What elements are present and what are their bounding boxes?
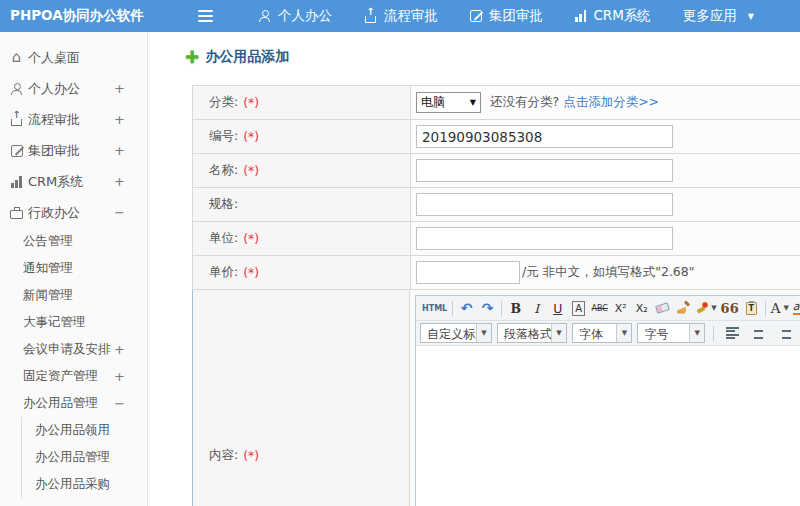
sidebar-item-workflow-approval[interactable]: 流程审批 + (0, 104, 147, 135)
field-label: 单价: (*) (193, 256, 411, 289)
add-category-link[interactable]: 点击添加分类>> (563, 94, 659, 111)
highlight-color-button[interactable]: ab▼ (791, 298, 800, 319)
font-style-button[interactable]: A (568, 298, 589, 319)
format-painter-button[interactable]: ▼ (694, 298, 718, 319)
sidebar-item-crm[interactable]: CRM系统 + (0, 166, 147, 197)
redo-button[interactable]: ↷ (477, 298, 498, 319)
remove-format-button[interactable] (652, 298, 673, 319)
align-left-button[interactable] (722, 323, 743, 344)
category-hint: 还没有分类? (490, 94, 559, 111)
menu-toggle-button[interactable] (194, 6, 217, 26)
field-label: 分类: (*) (193, 86, 411, 119)
underline-button[interactable]: U (547, 298, 568, 319)
paragraph-format-select[interactable]: 段落格式 ▼ (497, 323, 567, 343)
sidebar-item-desktop[interactable]: 个人桌面 (0, 42, 147, 73)
bold-button[interactable]: B (505, 298, 526, 319)
font-color-button[interactable]: A▼ (769, 298, 791, 319)
sidebar-item-news-mgmt[interactable]: 新闻管理 (0, 282, 147, 309)
editor-toolbar-row2: 自定义标题 ▼ 段落格式 ▼ 字体 ▼ 字号 ▼ (416, 321, 800, 346)
align-right-icon (778, 327, 791, 339)
italic-button[interactable]: I (526, 298, 547, 319)
sidebar-item-announcement-mgmt[interactable]: 公告管理 (0, 228, 147, 255)
expand-toggle[interactable]: + (114, 342, 125, 357)
caret-down-icon: ▼ (616, 324, 631, 342)
required-mark: (*) (243, 265, 259, 280)
nav-item-more-apps[interactable]: 更多应用 ▼ (667, 0, 770, 32)
form-row-spec: 规格: (192, 188, 800, 222)
home-icon (8, 50, 25, 65)
price-input[interactable] (416, 261, 520, 284)
html-source-button[interactable]: HTML (420, 298, 449, 319)
sidebar-item-supplies-purchase[interactable]: 办公用品采购 (22, 471, 147, 498)
font-size-select[interactable]: 字号 ▼ (637, 323, 705, 343)
broom-icon (677, 302, 690, 315)
expand-toggle[interactable]: + (114, 112, 125, 127)
supplies-add-form: 分类: (*) 电脑 ▼ 还没有分类? 点击添加分类>> 编号: (*) (192, 85, 800, 506)
align-right-button[interactable] (774, 323, 795, 344)
supplies-submenu: 办公用品领用 办公用品管理 办公用品采购 (21, 417, 147, 498)
nav-item-workflow-approval[interactable]: 流程审批 (348, 0, 454, 32)
expand-toggle[interactable]: + (114, 81, 125, 96)
code-input[interactable] (416, 125, 673, 148)
sidebar-item-notice-mgmt[interactable]: 通知管理 (0, 255, 147, 282)
price-format-hint: /元 非中文，如填写格式"2.68" (522, 264, 695, 281)
sidebar-item-office-supplies-mgmt[interactable]: 办公用品管理 − (0, 390, 147, 417)
sidebar-item-admin-office[interactable]: 行政办公 − (0, 197, 147, 228)
add-icon: ✚ (185, 49, 199, 66)
main-content: ✚ 办公用品添加 分类: (*) 电脑 ▼ 还没有分类? 点击添加分类>> 编号… (148, 32, 800, 506)
rich-text-editor: HTML ↶ ↷ B I U A ABC X² X₂ ▼ (415, 295, 800, 506)
sidebar-item-personal-office[interactable]: 个人办公 + (0, 73, 147, 104)
paste-text-button[interactable] (741, 298, 762, 319)
align-left-icon (726, 327, 739, 339)
form-row-price: 单价: (*) /元 非中文，如填写格式"2.68" (192, 256, 800, 290)
undo-button[interactable]: ↶ (456, 298, 477, 319)
workflow-icon (10, 113, 23, 126)
font-family-select[interactable]: 字体 ▼ (572, 323, 632, 343)
subscript-button[interactable]: X₂ (631, 298, 652, 319)
sidebar-item-supplies-requisition[interactable]: 办公用品领用 (22, 417, 147, 444)
field-label: 编号: (*) (193, 120, 411, 153)
nav-item-personal-office[interactable]: 个人办公 (243, 0, 348, 32)
sidebar: 个人桌面 个人办公 + 流程审批 + 集团审批 + CRM系统 + 行政办公 −… (0, 32, 148, 506)
expand-toggle[interactable]: + (114, 174, 125, 189)
superscript-button[interactable]: X² (610, 298, 631, 319)
clipboard-icon (746, 302, 757, 315)
top-nav: 个人办公 流程审批 集团审批 CRM系统 更多应用 ▼ (243, 0, 770, 32)
caret-down-icon: ▼ (711, 304, 716, 312)
sidebar-item-memorabilia-mgmt[interactable]: 大事记管理 (0, 309, 147, 336)
spec-input[interactable] (416, 193, 673, 216)
required-mark: (*) (243, 448, 259, 463)
unit-input[interactable] (416, 227, 673, 250)
sidebar-item-supplies-manage[interactable]: 办公用品管理 (22, 444, 147, 471)
sidebar-item-meeting-mgmt[interactable]: 会议申请及安排 + (0, 336, 147, 363)
nav-item-crm[interactable]: CRM系统 (559, 0, 667, 32)
caret-down-icon: ▼ (689, 324, 704, 342)
editor-content-area[interactable] (416, 346, 800, 506)
nav-item-group-approval[interactable]: 集团审批 (454, 0, 559, 32)
eraser-icon (655, 302, 670, 314)
sidebar-item-group-approval[interactable]: 集团审批 + (0, 135, 147, 166)
bar-chart-icon (575, 10, 586, 22)
form-row-category: 分类: (*) 电脑 ▼ 还没有分类? 点击添加分类>> (192, 86, 800, 120)
blockquote-button[interactable]: 66 (719, 298, 741, 319)
collapse-toggle[interactable]: − (114, 205, 125, 220)
sidebar-item-fixed-assets-mgmt[interactable]: 固定资产管理 + (0, 363, 147, 390)
caret-down-icon: ▼ (551, 324, 566, 342)
align-center-icon (752, 327, 765, 339)
form-row-content: 内容: (*) HTML ↶ ↷ B I U A ABC (192, 290, 800, 506)
workflow-icon (364, 10, 377, 23)
briefcase-icon (10, 210, 23, 219)
collapse-toggle[interactable]: − (114, 396, 125, 411)
heading-select[interactable]: 自定义标题 ▼ (420, 323, 492, 343)
align-center-button[interactable] (748, 323, 769, 344)
required-mark: (*) (243, 95, 259, 110)
expand-toggle[interactable]: + (114, 369, 125, 384)
name-input[interactable] (416, 159, 673, 182)
caret-down-icon: ▼ (470, 98, 476, 107)
strikethrough-button[interactable]: ABC (589, 298, 610, 319)
clean-html-button[interactable] (673, 298, 694, 319)
category-select[interactable]: 电脑 ▼ (416, 92, 481, 113)
form-row-code: 编号: (*) (192, 120, 800, 154)
expand-toggle[interactable]: + (114, 143, 125, 158)
required-mark: (*) (243, 163, 259, 178)
